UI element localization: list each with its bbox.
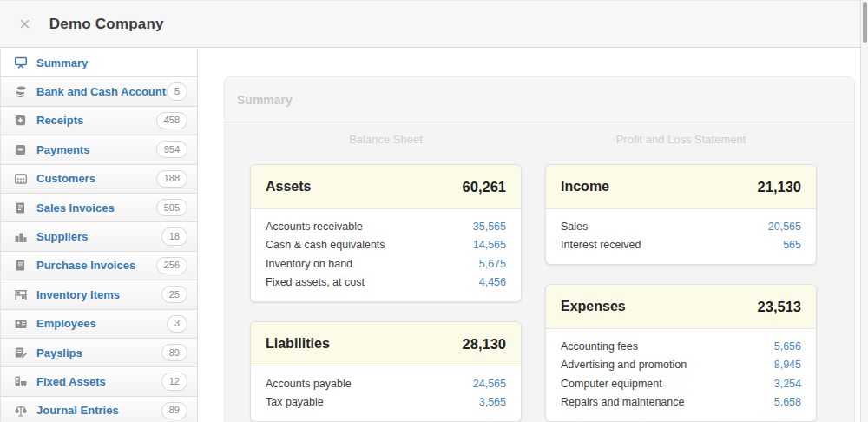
account-value-link[interactable]: 14,565	[473, 239, 506, 251]
account-value-link[interactable]: 20,565	[768, 221, 801, 233]
income-card: Income 21,130 Sales 20,565 Interest rece…	[545, 164, 817, 265]
page-title: Demo Company	[49, 16, 164, 33]
account-label: Fixed assets, at cost	[266, 276, 365, 288]
account-label: Inventory on hand	[266, 258, 352, 270]
account-value-link[interactable]: 3,565	[479, 396, 506, 408]
sidebar-item-label: Payslips	[36, 346, 161, 359]
sidebar-item-sales-invoices[interactable]: Sales Invoices 505	[1, 194, 198, 222]
balance-sheet-heading: Balance Sheet	[250, 129, 522, 150]
pnl-heading: Profit and Loss Statement	[545, 129, 817, 150]
card-title: Assets	[266, 179, 311, 195]
sidebar-item-summary[interactable]: Summary	[1, 49, 198, 77]
sidebar-item-journal-entries[interactable]: Journal Entries 89	[1, 397, 198, 422]
invoice-document-icon	[13, 201, 28, 214]
account-value-link[interactable]: 565	[783, 239, 801, 251]
sidebar-item-label: Customers	[36, 172, 156, 185]
account-value-link[interactable]: 8,945	[774, 359, 801, 371]
account-label: Sales	[561, 221, 588, 233]
liabilities-card: Liabilities 28,130 Accounts payable 24,5…	[250, 321, 522, 422]
account-row: Interest received 565	[561, 236, 801, 255]
sidebar-item-label: Purchase Invoices	[36, 259, 156, 272]
sidebar-item-label: Journal Entries	[36, 404, 161, 417]
sidebar-item-label: Sales Invoices	[36, 201, 156, 214]
count-badge: 12	[161, 373, 187, 390]
building-truck-icon	[13, 374, 28, 388]
sidebar-item-label: Payments	[36, 143, 156, 156]
account-row: Accounts receivable 35,565	[266, 217, 506, 236]
liabilities-card-header: Liabilities 28,130	[251, 322, 521, 366]
app-header: × Demo Company	[0, 0, 868, 48]
card-title: Liabilities	[266, 336, 330, 352]
card-title: Expenses	[561, 299, 626, 314]
account-value-link[interactable]: 3,254	[774, 378, 801, 390]
scales-icon	[13, 404, 28, 418]
count-badge: 505	[156, 199, 187, 216]
count-badge: 25	[161, 286, 187, 303]
account-label: Accounts payable	[266, 378, 352, 390]
account-label: Advertising and promotion	[561, 359, 687, 371]
plus-square-icon	[13, 114, 28, 128]
card-title: Income	[561, 179, 609, 195]
sidebar-item-employees[interactable]: Employees 3	[1, 310, 198, 339]
sidebar-item-label: Bank and Cash Accounts	[36, 85, 167, 98]
count-badge: 89	[161, 344, 187, 361]
sidebar-item-label: Suppliers	[36, 230, 161, 243]
account-row: Sales 20,565	[561, 217, 801, 236]
account-row: Inventory on hand 5,675	[266, 254, 506, 274]
card-total: 21,130	[758, 179, 801, 195]
sidebar-item-purchase-invoices[interactable]: Purchase Invoices 256	[1, 252, 198, 280]
sidebar-item-fixed-assets[interactable]: Fixed Assets 12	[1, 367, 198, 396]
sidebar-item-suppliers[interactable]: Suppliers 18	[1, 222, 198, 251]
panel-body: Balance Sheet Profit and Loss Statement …	[225, 122, 854, 422]
account-value-link[interactable]: 35,565	[473, 221, 506, 233]
pnl-column: Income 21,130 Sales 20,565 Interest rece…	[545, 150, 817, 422]
account-row: Accounts payable 24,565	[266, 374, 506, 393]
count-badge: 5	[167, 82, 187, 100]
expenses-card: Expenses 23,513 Accounting fees 5,656 Ad…	[545, 284, 817, 422]
summary-screen-icon	[13, 56, 28, 69]
account-row: Computer equipment 3,254	[561, 374, 801, 393]
account-row: Cash & cash equivalents 14,565	[266, 236, 506, 255]
account-row: Fixed assets, at cost 4,456	[266, 274, 506, 293]
account-label: Interest received	[561, 239, 641, 251]
account-label: Computer equipment	[561, 378, 662, 390]
sidebar-item-payslips[interactable]: Payslips 89	[1, 339, 198, 367]
sidebar-item-bank-and-cash-accounts[interactable]: Bank and Cash Accounts 5	[1, 77, 198, 106]
sidebar-item-label: Summary	[36, 56, 187, 69]
factory-buildings-icon	[13, 230, 28, 244]
id-card-icon	[13, 317, 28, 331]
sidebar-item-label: Fixed Assets	[36, 375, 161, 388]
panel-title: Summary	[225, 77, 854, 122]
account-row: Advertising and promotion 8,945	[561, 356, 801, 375]
account-label: Repairs and maintenance	[561, 396, 684, 408]
scrollbar-track[interactable]	[860, 0, 868, 422]
count-badge: 188	[156, 170, 187, 188]
summary-panel: Summary Balance Sheet Profit and Loss St…	[224, 76, 855, 422]
sidebar-item-payments[interactable]: Payments 954	[1, 135, 198, 164]
account-value-link[interactable]: 5,658	[774, 396, 801, 408]
account-value-link[interactable]: 5,656	[774, 340, 801, 353]
card-total: 60,261	[463, 179, 506, 195]
scrollbar-thumb[interactable]	[863, 2, 867, 43]
coins-icon	[13, 85, 28, 99]
customers-people-icon	[13, 172, 28, 186]
account-row: Repairs and maintenance 5,658	[561, 393, 801, 412]
sidebar-item-receipts[interactable]: Receipts 458	[1, 107, 198, 135]
close-icon[interactable]: ×	[19, 15, 30, 34]
card-total: 28,130	[463, 336, 506, 353]
account-label: Cash & cash equivalents	[266, 239, 385, 251]
account-label: Tax payable	[266, 396, 324, 408]
column-headings: Balance Sheet Profit and Loss Statement	[250, 129, 854, 150]
sidebar: Summary Bank and Cash Accounts 5 Receipt…	[0, 49, 198, 422]
account-label: Accounts receivable	[266, 221, 363, 233]
assets-card-header: Assets 60,261	[251, 165, 521, 209]
assets-card: Assets 60,261 Accounts receivable 35,565…	[250, 164, 522, 302]
account-value-link[interactable]: 5,675	[479, 258, 506, 270]
count-badge: 954	[156, 141, 187, 158]
account-value-link[interactable]: 4,456	[479, 276, 506, 288]
sidebar-item-customers[interactable]: Customers 188	[1, 165, 198, 194]
card-total: 23,513	[758, 299, 801, 315]
account-value-link[interactable]: 24,565	[473, 378, 506, 390]
sidebar-item-inventory-items[interactable]: Inventory Items 25	[1, 280, 198, 309]
sidebar-item-label: Inventory Items	[36, 288, 161, 301]
